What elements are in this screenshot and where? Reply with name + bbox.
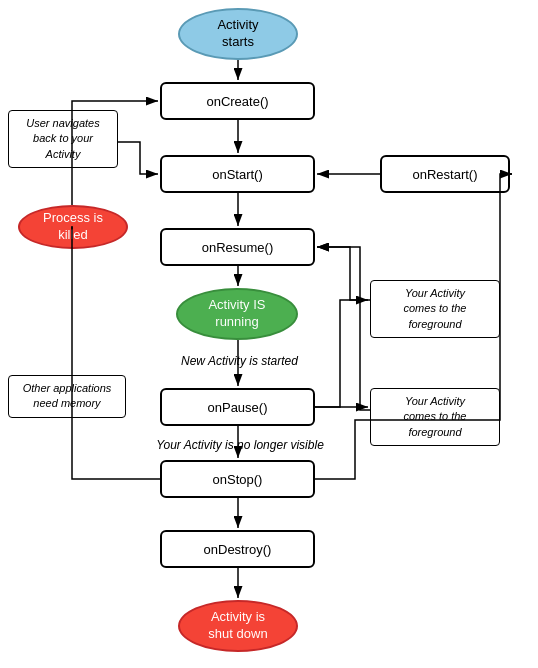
activity-shutdown-node: Activity is shut down xyxy=(178,600,298,652)
process-killed-node: Process is killed xyxy=(18,205,128,249)
comes-foreground-1-label: Your Activity comes to the foreground xyxy=(370,280,500,338)
activity-starts-label: Activity starts xyxy=(217,17,258,51)
on-stop-node: onStop() xyxy=(160,460,315,498)
on-start-node: onStart() xyxy=(160,155,315,193)
on-resume-node: onResume() xyxy=(160,228,315,266)
activity-running-label: Activity IS running xyxy=(208,297,265,331)
on-stop-label: onStop() xyxy=(213,472,263,487)
on-pause-label: onPause() xyxy=(208,400,268,415)
on-destroy-label: onDestroy() xyxy=(204,542,272,557)
activity-shutdown-label: Activity is shut down xyxy=(208,609,267,643)
on-destroy-node: onDestroy() xyxy=(160,530,315,568)
comes-foreground-2-label: Your Activity comes to the foreground xyxy=(370,388,500,446)
on-restart-label: onRestart() xyxy=(412,167,477,182)
new-activity-label: New Activity is started xyxy=(152,354,327,368)
activity-running-node: Activity IS running xyxy=(176,288,298,340)
on-pause-node: onPause() xyxy=(160,388,315,426)
activity-starts-node: Activity starts xyxy=(178,8,298,60)
on-restart-node: onRestart() xyxy=(380,155,510,193)
on-create-node: onCreate() xyxy=(160,82,315,120)
on-start-label: onStart() xyxy=(212,167,263,182)
user-navigates-label: User navigates back to your Activity xyxy=(8,110,118,168)
process-killed-label: Process is killed xyxy=(43,210,103,244)
other-apps-label: Other applications need memory xyxy=(8,375,126,418)
diagram: Activity starts onCreate() User navigate… xyxy=(0,0,538,668)
no-longer-visible-label: Your Activity is no longer visible xyxy=(130,438,350,452)
on-resume-label: onResume() xyxy=(202,240,274,255)
on-create-label: onCreate() xyxy=(206,94,268,109)
